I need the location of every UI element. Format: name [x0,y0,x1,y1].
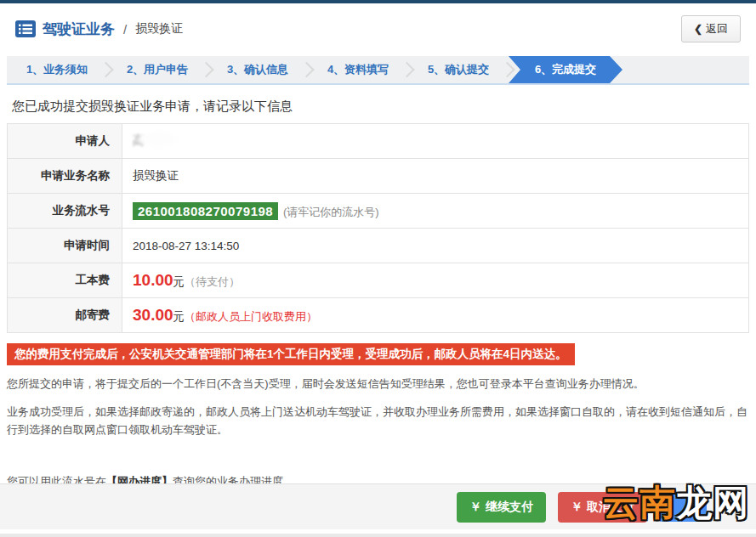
table-row-postage-fee: 邮寄费 30.00元（邮政人员上门收取费用） [8,298,749,333]
production-fee-label: 工本费 [8,263,122,298]
back-chevron-icon: ❮ [694,23,702,35]
serial-number-badge: 261001808270079198 [133,202,278,220]
postage-fee-note: （邮政人员上门收取费用） [185,310,317,323]
page-header: 驾驶证业务 / 损毁换证 ❮ 返回 [0,3,756,53]
instruction-paragraphs: 您所提交的申请，将于提交后的一个工作日(不含当天)受理，届时会发送短信告知受理结… [7,376,749,438]
instruction-paragraph: 业务成功受理后，如果选择邮政寄递的，邮政人员将上门送达机动车驾驶证，并收取办理业… [7,404,749,439]
serial-note: (请牢记你的流水号) [283,206,379,218]
applicant-label: 申请人 [8,124,122,159]
apply-time-value: 2018-08-27 13:14:50 [122,229,749,263]
step-6-complete-submit[interactable]: 6、完成提交 [509,56,622,83]
page-subtitle: 损毁换证 [135,21,183,37]
business-name-value: 损毁换证 [122,159,749,194]
production-fee-note: （待支付） [185,275,240,288]
table-row-production-fee: 工本费 10.00元（待支付） [8,263,749,298]
table-row-apply-time: 申请时间 2018-08-27 13:14:50 [8,229,749,263]
yen-icon: ￥ [469,500,481,513]
step-1-business-notice[interactable]: 1、业务须知 [7,56,107,83]
production-fee-value: 10.00元（待支付） [122,263,749,298]
page-title: 驾驶证业务 [43,20,115,39]
postage-fee-value: 30.00元（邮政人员上门收取费用） [122,298,749,333]
serial-label: 业务流水号 [8,194,122,229]
back-button-label: 返回 [706,21,728,37]
step-wizard: 1、业务须知 2、用户申告 3、确认信息 4、资料填写 5、确认提交 6、完成提… [7,56,749,85]
table-row-applicant: 申请人 高 [8,124,749,159]
instruction-paragraph: 您所提交的申请，将于提交后的一个工作日(不含当天)受理，届时会发送短信告知受理结… [7,376,749,393]
obscured-blue-button[interactable] [659,493,707,522]
yen-icon: ￥ [571,500,583,513]
applicant-value: 高 [122,124,749,159]
payment-notice-banner: 您的费用支付完成后，公安机关交通管理部门将在1个工作日内受理，受理成功后，邮政人… [7,343,575,365]
list-icon [15,20,36,37]
step-5-confirm-submit[interactable]: 5、确认提交 [408,56,509,83]
production-fee-unit: 元 [173,275,185,288]
business-name-label: 申请业务名称 [8,159,122,194]
back-button[interactable]: ❮ 返回 [681,15,741,42]
step-2-user-declaration[interactable]: 2、用户申告 [107,56,207,83]
continue-payment-label: 继续支付 [486,500,533,513]
cancel-payment-label: 取消支付 [587,500,634,513]
breadcrumb: 驾驶证业务 / 损毁换证 [15,20,183,39]
production-fee-amount: 10.00 [133,271,173,289]
redacted-name: 高 [133,133,145,149]
cancel-payment-button[interactable]: ￥取消支付 [558,492,647,523]
step-4-fill-material[interactable]: 4、资料填写 [308,56,408,83]
success-message: 您已成功提交损毁换证业务申请，请记录以下信息 [12,99,747,115]
step-3-confirm-info[interactable]: 3、确认信息 [207,56,308,83]
breadcrumb-separator: / [123,22,127,37]
table-row-serial: 业务流水号 261001808270079198 (请牢记你的流水号) [8,194,749,229]
postage-fee-unit: 元 [173,310,185,323]
serial-value: 261001808270079198 (请牢记你的流水号) [122,194,749,229]
postage-fee-label: 邮寄费 [8,298,122,333]
apply-time-label: 申请时间 [8,229,122,263]
application-info-table: 申请人 高 申请业务名称 损毁换证 业务流水号 2610018082700791… [7,123,749,333]
postage-fee-amount: 30.00 [133,306,173,324]
table-row-business-name: 申请业务名称 损毁换证 [8,159,749,194]
continue-payment-button[interactable]: ￥继续支付 [457,492,546,523]
footer-action-bar: ￥继续支付 ￥取消支付 [0,483,756,529]
